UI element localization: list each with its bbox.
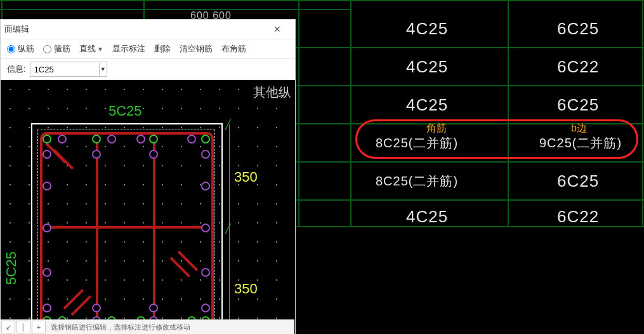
dim-r2: 350 [234,281,258,297]
cell-left: 4C25 [406,57,448,77]
section-canvas[interactable]: 其他纵 5C25 5C25 350 350 ╱ ╱ ╱ [1,80,295,334]
rebar[interactable] [201,304,210,312]
rebar[interactable] [43,135,51,144]
gridline [294,47,644,48]
rebar[interactable] [92,304,101,312]
titlebar[interactable]: 面编辑 ✕ [1,20,295,39]
clear-button[interactable]: 清空钢筋 [180,43,213,55]
gridline [0,9,350,10]
gridline [294,199,644,201]
gridline [0,0,644,1]
rebar[interactable] [201,182,210,190]
dim-tick: ╱ [225,224,230,234]
dim-tick: ╱ [225,119,230,130]
rebar[interactable] [201,268,210,277]
chevron-down-icon[interactable]: ▼ [99,63,107,76]
line-type-label: 直线 [79,43,96,55]
dim-r1: 350 [234,169,258,185]
corner-button[interactable]: 布角筋 [221,43,246,55]
radio-stirrup-label: 箍筋 [54,43,70,55]
cell-left: 4C25 [406,19,448,39]
rebar[interactable] [187,135,196,144]
show-dim-button[interactable]: 显示标注 [112,43,145,55]
footer-button[interactable]: ↙ [1,321,15,333]
dim-left: 5C25 [3,251,20,285]
footer-button[interactable]: │ [16,321,30,333]
cell-left: 4C25 [406,95,448,115]
section-edit-panel: 面编辑 ✕ 纵筋 箍筋 直线 ▼ 显示标注 删除 清空钢筋 布角筋 信息: ▼ [0,19,296,334]
cell-right: 6C25 [557,171,599,191]
gridline [350,0,352,226]
rebar-combo[interactable]: ▼ [30,62,107,77]
radio-longitudinal[interactable]: 纵筋 [7,43,34,55]
cell-left: 8C25(二并筋) [376,135,458,152]
gridline [294,161,644,163]
status-hint: 选择钢筋进行编辑，选择标注进行修改或移动 [51,323,190,332]
rebar[interactable] [43,182,51,190]
gridline [294,85,644,86]
rebar[interactable] [136,135,145,144]
delete-button[interactable]: 删除 [154,43,171,55]
radio-longitudinal-label: 纵筋 [18,43,34,55]
rebar[interactable] [92,150,101,159]
toolbar: 纵筋 箍筋 直线 ▼ 显示标注 删除 清空钢筋 布角筋 [1,39,295,59]
cell-left: 4C25 [406,207,448,227]
gridline [294,123,644,124]
info-label: 信息: [7,63,26,75]
chevron-down-icon: ▼ [97,46,103,53]
other-rebar-label: 其他纵 [253,84,291,101]
close-button[interactable]: ✕ [263,22,291,37]
stirrup-cross-h[interactable] [43,226,209,229]
cell-right: 6C25 [557,19,599,39]
rebar[interactable] [201,224,210,232]
note-corner: 角筋 [426,122,447,135]
radio-longitudinal-input[interactable] [7,45,15,53]
rebar[interactable] [201,135,210,144]
cell-right: 6C25 [557,95,599,115]
rebar-combo-input[interactable] [30,63,99,76]
info-row: 信息: ▼ [1,59,295,80]
rebar[interactable] [107,135,116,144]
rebar[interactable] [201,150,210,159]
note-bside: b边 [571,122,587,135]
gridline [298,0,299,226]
close-icon: ✕ [273,24,281,34]
rebar[interactable] [43,150,51,159]
stirrup-cross-v1[interactable] [96,135,98,323]
cell-right: 6C22 [557,207,599,227]
rebar[interactable] [149,304,158,312]
rebar[interactable] [43,268,51,277]
radio-stirrup[interactable]: 箍筋 [43,43,70,55]
rebar[interactable] [58,135,67,144]
panel-title: 面编辑 [4,23,263,35]
cell-right: 6C22 [557,57,599,77]
rebar[interactable] [149,150,158,159]
footer-button[interactable]: + [32,321,46,333]
radio-stirrup-input[interactable] [43,45,51,53]
rebar[interactable] [43,304,51,312]
gridline [508,0,509,226]
stirrup-cross-v2[interactable] [153,135,155,323]
status-bar: ↙ │ + 选择钢筋进行编辑，选择标注进行修改或移动 [0,319,294,334]
rebar[interactable] [92,135,101,144]
rebar[interactable] [149,135,158,144]
rebar[interactable] [43,224,51,232]
gridline [642,0,643,226]
cell-left: 8C25(二并筋) [376,173,458,190]
dim-top: 5C25 [108,103,142,119]
line-type-dropdown[interactable]: 直线 ▼ [79,43,103,55]
cell-right: 9C25(二并筋) [539,135,622,152]
